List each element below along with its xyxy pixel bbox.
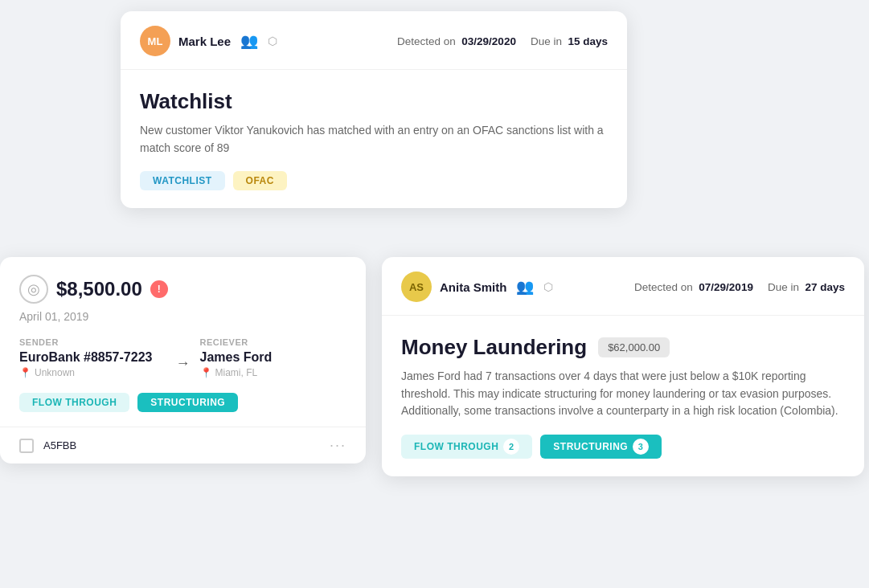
ml-tags: FLOW THROUGH 2 STRUCTURING 3 (401, 435, 845, 459)
more-options[interactable]: ··· (330, 437, 346, 454)
sender-label: SENDER (19, 337, 166, 347)
due-text: Due in 15 days (531, 35, 608, 47)
transaction-date: April 01, 2019 (19, 310, 346, 323)
user-name-as: Anita Smith (440, 280, 506, 294)
sender-receiver: SENDER EuroBank #8857-7223 📍 Unknown → R… (19, 337, 346, 378)
card-body-laundering: Money Laundering $62,000.00 James Ford h… (382, 316, 864, 476)
people-icon: 👥 (240, 32, 258, 50)
alert-description: New customer Viktor Yanukovich has match… (140, 122, 608, 157)
header-meta-as: Detected on 07/29/2019 Due in 27 days (634, 281, 845, 293)
footer-id: A5FBB (43, 439, 76, 451)
pin-icon: 📍 (19, 367, 31, 378)
ml-title: Money Laundering (401, 335, 587, 360)
sender-location: 📍 Unknown (19, 367, 166, 378)
tag-structuring-ml[interactable]: STRUCTURING 3 (540, 435, 662, 459)
receiver-name: James Ford (200, 350, 347, 365)
card-header-watchlist: ML Mark Lee 👥 ⬡ Detected on 03/29/2020 D… (121, 11, 627, 70)
avatar: ML (140, 26, 170, 56)
watchlist-card: ML Mark Lee 👥 ⬡ Detected on 03/29/2020 D… (121, 11, 627, 208)
header-meta: Detected on 03/29/2020 Due in 15 days (397, 35, 608, 47)
detected-text-as: Detected on 07/29/2019 (634, 281, 753, 293)
alert-badge: ! (150, 280, 168, 298)
footer-checkbox[interactable] (19, 439, 34, 453)
card-footer: A5FBB ··· (0, 427, 366, 463)
amount-chip: $62,000.00 (598, 337, 670, 357)
due-text-as: Due in 27 days (768, 281, 845, 293)
laundering-card: AS Anita Smith 👥 ⬡ Detected on 07/29/201… (382, 257, 864, 476)
branch-icon: ⬡ (268, 35, 277, 47)
sender-name: EuroBank #8857-7223 (19, 350, 166, 365)
avatar-as: AS (401, 272, 432, 302)
tag-ofac[interactable]: OFAC (233, 171, 287, 190)
tag-flowthrough[interactable]: FLOW THROUGH (19, 393, 129, 412)
card-body-watchlist: Watchlist New customer Viktor Yanukovich… (121, 70, 627, 208)
receiver-label: RECIEVER (200, 337, 347, 347)
receiver-location: 📍 Miami, FL (200, 367, 347, 378)
detected-text: Detected on 03/29/2020 (397, 35, 516, 47)
branch-icon-2: ⬡ (543, 280, 553, 293)
transaction-tags: FLOW THROUGH STRUCTURING (19, 393, 346, 412)
flowthrough-badge: 2 (503, 439, 519, 455)
tag-structuring[interactable]: STRUCTURING (137, 393, 238, 412)
receiver-block: RECIEVER James Ford 📍 Miami, FL (200, 337, 347, 378)
structuring-badge: 3 (633, 439, 649, 455)
sender-block: SENDER EuroBank #8857-7223 📍 Unknown (19, 337, 166, 378)
people-icon-2: 👥 (516, 278, 534, 296)
transaction-card: ◎ $8,500.00 ! April 01, 2019 SENDER Euro… (0, 257, 366, 463)
amount-value: $8,500.00 (56, 278, 142, 300)
arrow-icon: → (166, 355, 200, 372)
ml-title-row: Money Laundering $62,000.00 (401, 335, 845, 360)
tags-container: WATCHLIST OFAC (140, 171, 608, 190)
tag-flowthrough-ml[interactable]: FLOW THROUGH 2 (401, 435, 532, 459)
card-header-laundering: AS Anita Smith 👥 ⬡ Detected on 07/29/201… (382, 257, 864, 316)
transaction-amount-row: ◎ $8,500.00 ! (19, 275, 346, 304)
alert-title: Watchlist (140, 89, 608, 114)
card-body-transaction: ◎ $8,500.00 ! April 01, 2019 SENDER Euro… (0, 257, 366, 427)
user-name: Mark Lee (178, 35, 231, 48)
pin-icon-2: 📍 (200, 367, 212, 378)
ml-description: James Ford had 7 transactions over 4 day… (401, 368, 845, 420)
tag-watchlist[interactable]: WATCHLIST (140, 171, 225, 190)
dollar-icon: ◎ (19, 275, 48, 304)
